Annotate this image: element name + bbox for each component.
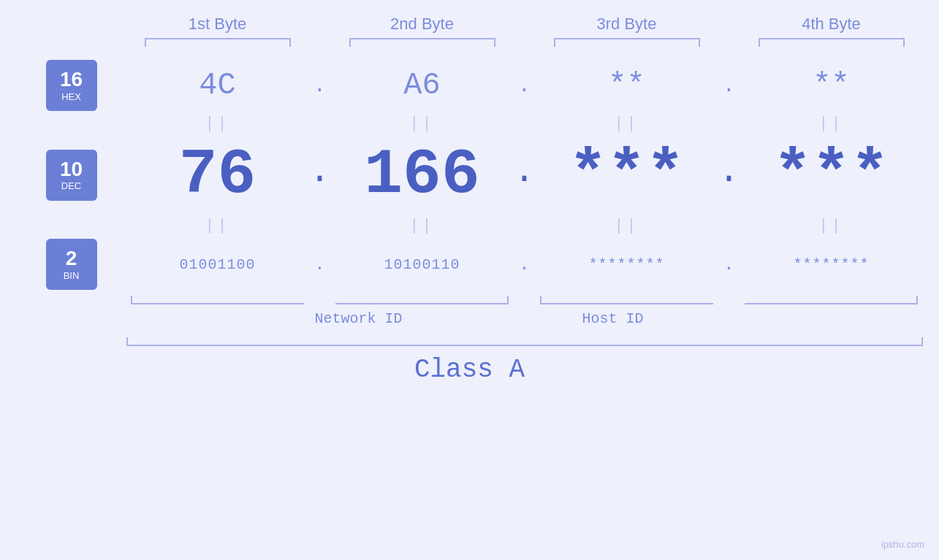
hex-val-4: ** (813, 68, 849, 103)
dec-val-4: *** (773, 139, 889, 211)
top-bracket-1 (145, 38, 291, 47)
top-bracket-3 (554, 38, 700, 47)
class-label: Class A (414, 355, 525, 385)
byte-label-2: 2nd Byte (331, 15, 514, 34)
bin-dot-3: . (723, 255, 734, 275)
equals-1-1: || (126, 115, 309, 133)
dec-dot-1: . (309, 150, 331, 192)
bin-val-4: ******** (793, 256, 869, 273)
network-id-label: Network ID (281, 310, 436, 327)
bin-badge: 2 BIN (17, 239, 126, 290)
equals-2-3: || (536, 217, 718, 235)
top-bracket-2 (349, 38, 495, 47)
network-bracket-right (335, 296, 509, 304)
equals-2-4: || (740, 217, 923, 235)
equals-2-2: || (331, 217, 514, 235)
dec-val-1: 76 (179, 139, 256, 211)
hex-dot-2: . (518, 74, 531, 97)
top-bracket-4 (759, 38, 905, 47)
hex-val-3: ** (608, 68, 645, 103)
hex-badge: 16 HEX (17, 60, 126, 111)
watermark: ipshu.com (881, 539, 924, 550)
dec-val-3: *** (569, 139, 684, 211)
dec-badge: 10 DEC (17, 150, 126, 201)
byte-label-4: 4th Byte (740, 15, 923, 34)
bin-dot-2: . (519, 255, 529, 275)
equals-2-1: || (126, 217, 309, 235)
bin-val-3: ******** (588, 256, 664, 273)
host-bracket-right (745, 296, 919, 304)
byte-label-3: 3rd Byte (536, 15, 718, 34)
main-container: 1st Byte 2nd Byte 3rd Byte 4th Byte 16 H… (0, 0, 939, 560)
hex-val-1: 4C (199, 68, 235, 103)
bin-dot-1: . (314, 255, 324, 275)
bin-val-1: 01001100 (179, 256, 255, 273)
byte-label-1: 1st Byte (126, 15, 309, 34)
class-bracket (126, 337, 923, 346)
dec-val-2: 166 (364, 139, 479, 211)
host-bracket-left (540, 296, 714, 304)
equals-1-2: || (331, 115, 514, 133)
hex-dot-1: . (313, 74, 326, 97)
network-bracket-left (131, 296, 305, 304)
dec-dot-3: . (718, 150, 740, 192)
equals-1-3: || (536, 115, 718, 133)
hex-val-2: A6 (403, 68, 440, 103)
host-id-label: Host ID (458, 310, 768, 327)
hex-dot-3: . (723, 74, 735, 97)
equals-1-4: || (740, 115, 923, 133)
dec-dot-2: . (514, 150, 536, 192)
bin-val-2: 10100110 (384, 256, 460, 273)
